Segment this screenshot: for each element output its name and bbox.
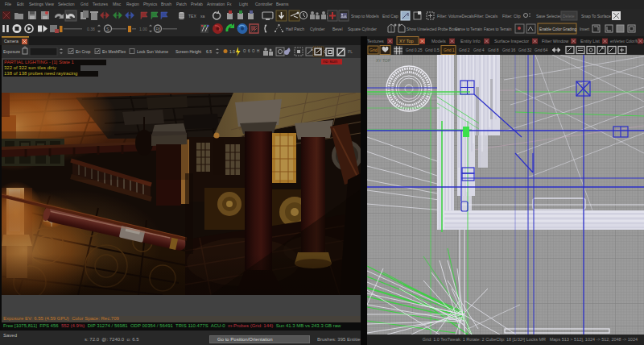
svg-text:Half Patch: Half Patch <box>286 27 304 31</box>
svg-text:Exposure: Exposure <box>3 49 20 54</box>
svg-text:TEX: TEX <box>188 14 196 19</box>
svg-text:Filter: Decals: Filter: Decals <box>474 14 498 19</box>
svg-text:Invert: Invert <box>580 27 590 31</box>
svg-text:Cylinder: Cylinder <box>310 27 325 31</box>
svg-text:1.00: 1.00 <box>139 27 147 31</box>
svg-text:End Cap: End Cap <box>382 14 398 19</box>
svg-text:XY Top: XY Top <box>399 39 414 44</box>
svg-text:Lock Sun Volume: Lock Sun Volume <box>137 49 168 54</box>
svg-text:Square Cylinder: Square Cylinder <box>348 27 377 31</box>
svg-text:En MeshFlex: En MeshFlex <box>102 49 126 54</box>
svg-text:O: O <box>252 49 255 53</box>
svg-text:Curve to Terrain: Curve to Terrain <box>455 27 482 31</box>
svg-text:H: H <box>257 49 259 53</box>
svg-text:6: 6 <box>248 49 250 53</box>
svg-text:PL: PL <box>348 49 353 54</box>
svg-text:F8: F8 <box>156 27 161 31</box>
svg-text:Surface Inspector: Surface Inspector <box>494 39 529 44</box>
svg-text:Entity List: Entity List <box>580 39 600 44</box>
svg-text:Grid 4: Grid 4 <box>473 48 485 52</box>
svg-text:Models: Models <box>431 39 446 44</box>
svg-text:En Crop: En Crop <box>76 49 91 54</box>
svg-text:Show Unselected Probe Boxes: Show Unselected Probe Boxes <box>407 27 460 31</box>
svg-text:1.0: 1.0 <box>229 49 235 54</box>
svg-text:0.38: 0.38 <box>87 27 95 31</box>
svg-text:Save Selected: Save Selected <box>536 14 562 19</box>
svg-text:Enable Color Grading: Enable Color Grading <box>539 27 576 31</box>
svg-text:Filter: VolumeDecals: Filter: VolumeDecals <box>437 14 474 19</box>
svg-text:Grid 2: Grid 2 <box>459 48 470 52</box>
svg-text:Camera: Camera <box>4 39 19 44</box>
svg-text:Grid 32: Grid 32 <box>518 48 532 52</box>
svg-text:S: S <box>106 27 109 31</box>
svg-text:XY TOP: XY TOP <box>376 58 391 63</box>
svg-text:Filter Window: Filter Window <box>542 39 568 44</box>
svg-text:xa: xa <box>200 14 205 19</box>
svg-text:Grid 0.5: Grid 0.5 <box>425 48 440 52</box>
svg-text:Snap To Surface: Snap To Surface <box>581 14 611 19</box>
svg-text:Textures: Textures <box>367 39 384 44</box>
svg-text:Screen-Height: Screen-Height <box>175 49 202 54</box>
svg-text:Bevel: Bevel <box>332 27 343 31</box>
svg-text:Grid 1: Grid 1 <box>444 48 455 52</box>
svg-text:6.5: 6.5 <box>206 49 212 54</box>
svg-text:Grid: Grid <box>369 48 378 52</box>
svg-text:Grid 64: Grid 64 <box>535 48 548 52</box>
svg-text:Entity Info: Entity Info <box>460 39 480 44</box>
svg-text:Grid 0.25: Grid 0.25 <box>406 48 423 52</box>
svg-text:Grid 16: Grid 16 <box>502 48 516 52</box>
svg-text:Grid 8: Grid 8 <box>488 48 499 52</box>
svg-text:O: O <box>243 49 246 53</box>
svg-text:Delete: Delete <box>563 14 575 19</box>
svg-text:Filter: Clip: Filter: Clip <box>502 14 521 19</box>
svg-text:Snap to Models: Snap to Models <box>351 14 379 19</box>
svg-text:Faces to Terrain: Faces to Terrain <box>484 27 512 31</box>
